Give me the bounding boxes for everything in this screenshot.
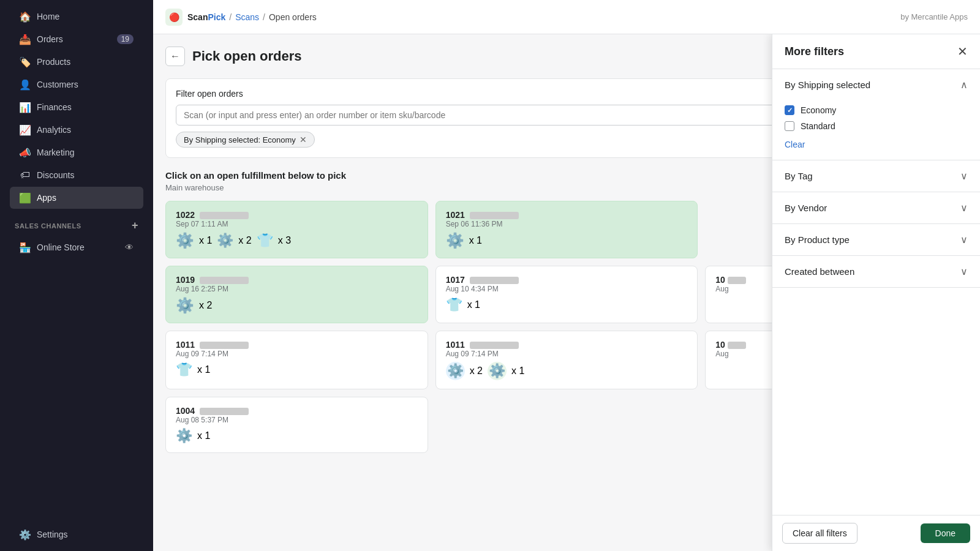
sidebar-item-label: Orders <box>37 34 63 44</box>
item-count: x 2 <box>238 235 251 246</box>
sidebar-item-label: Discounts <box>37 170 74 180</box>
chevron-down-icon: ∨ <box>960 234 968 246</box>
sidebar-item-marketing[interactable]: 📣 Marketing <box>10 141 143 163</box>
filter-clear-shipping[interactable]: Clear <box>785 140 805 149</box>
filter-group-product-type-header[interactable]: By Product type ∨ <box>772 224 980 255</box>
checkbox-economy-box[interactable] <box>785 105 794 115</box>
sales-channels-section: SALES CHANNELS + <box>0 209 153 236</box>
order-card[interactable]: 1011 Aug 09 7:14 PM ⚙️ x 2 ⚙️ x 1 <box>435 331 698 389</box>
home-icon: 🏠 <box>20 11 31 22</box>
filter-group-label: By Shipping selected <box>785 80 870 90</box>
panel-body: By Shipping selected ∧ Economy Standard … <box>772 69 980 515</box>
sidebar-item-label: Finances <box>37 102 72 112</box>
item-count: x 3 <box>278 235 291 246</box>
chevron-up-icon: ∧ <box>960 79 968 91</box>
eye-icon[interactable]: 👁 <box>125 242 134 252</box>
sidebar-item-analytics[interactable]: 📈 Analytics <box>10 119 143 141</box>
sidebar-item-customers[interactable]: 👤 Customers <box>10 73 143 96</box>
order-card[interactable]: 1011 Aug 09 7:14 PM 👕 x 1 <box>165 331 428 389</box>
panel-header: More filters ✕ <box>772 34 980 69</box>
products-icon: 🏷️ <box>20 56 31 67</box>
filter-group-vendor: By Vendor ∨ <box>772 192 980 224</box>
breadcrumb-current: Open orders <box>269 12 317 22</box>
right-panel: More filters ✕ By Shipping selected ∧ Ec… <box>772 34 980 551</box>
sidebar-item-label: Settings <box>37 530 68 539</box>
order-number: 1021 <box>446 210 688 220</box>
filter-tag-remove[interactable]: ✕ <box>300 135 307 144</box>
chevron-down-icon: ∨ <box>960 202 968 214</box>
panel-footer: Clear all filters Done <box>772 515 980 551</box>
sidebar-item-label: Online Store <box>37 242 85 252</box>
sidebar-item-online-store[interactable]: 🏪 Online Store 👁 <box>10 236 143 258</box>
checkbox-standard-label: Standard <box>801 121 835 131</box>
sidebar-item-discounts[interactable]: 🏷 Discounts <box>10 164 143 186</box>
filter-group-product-type: By Product type ∨ <box>772 224 980 256</box>
online-store-icon: 🏪 <box>20 242 31 253</box>
breadcrumb-scans[interactable]: Scans <box>235 12 259 22</box>
order-card[interactable]: 1004 Aug 08 5:37 PM ⚙️ x 1 <box>165 397 428 453</box>
order-card[interactable]: 1022 Sep 07 1:11 AM ⚙️ x 1 ⚙️ x 2 👕 x 3 <box>165 201 428 258</box>
discounts-icon: 🏷 <box>20 170 31 181</box>
clear-all-filters-button[interactable]: Clear all filters <box>782 523 858 544</box>
page-title: Pick open orders <box>192 48 302 64</box>
sidebar-item-apps[interactable]: 🟩 Apps <box>10 187 143 209</box>
filter-group-vendor-header[interactable]: By Vendor ∨ <box>772 192 980 223</box>
order-date: Aug 10 4:34 PM <box>446 285 688 293</box>
order-items: ⚙️ x 2 ⚙️ x 1 <box>446 362 688 380</box>
tshirt-icon: 👕 <box>257 233 273 249</box>
sidebar-item-finances[interactable]: 📊 Finances <box>10 96 143 118</box>
item-count: x 1 <box>197 430 210 441</box>
sidebar-item-home[interactable]: 🏠 Home <box>10 6 143 28</box>
sidebar-item-products[interactable]: 🏷️ Products <box>10 51 143 73</box>
gear-blue-icon: ⚙️ <box>217 233 233 249</box>
order-items: ⚙️ x 1 <box>446 232 688 249</box>
analytics-icon: 📈 <box>20 124 31 135</box>
item-count: x 1 <box>511 365 524 377</box>
order-card[interactable]: 1019 Aug 16 2:25 PM ⚙️ x 2 <box>165 266 428 323</box>
filter-group-label: By Vendor <box>785 203 827 213</box>
panel-close-button[interactable]: ✕ <box>957 44 968 59</box>
filter-group-shipping-header[interactable]: By Shipping selected ∧ <box>772 69 980 100</box>
sidebar-item-label: Analytics <box>37 125 71 135</box>
breadcrumb-scanpick[interactable]: ScanPick <box>187 12 225 22</box>
done-button[interactable]: Done <box>921 523 970 543</box>
item-count: x 2 <box>470 365 483 377</box>
checkbox-economy-label: Economy <box>801 105 836 115</box>
add-sales-channel-button[interactable]: + <box>132 219 138 232</box>
breadcrumb: ScanPick / Scans / Open orders <box>187 12 317 22</box>
apps-icon: 🟩 <box>20 192 31 203</box>
sidebar-item-label: Customers <box>37 80 78 89</box>
checkbox-economy[interactable]: Economy <box>785 105 968 115</box>
back-button[interactable]: ← <box>165 47 185 66</box>
order-date: Aug 08 5:37 PM <box>176 416 418 424</box>
sidebar-settings: ⚙️ Settings <box>0 518 153 551</box>
panel-title: More filters <box>785 45 844 58</box>
order-date: Aug 09 7:14 PM <box>446 350 688 358</box>
checkbox-standard-box[interactable] <box>785 121 794 131</box>
main-content: ← Pick open orders Filter open orders By… <box>153 34 980 551</box>
item-count: x 2 <box>199 300 212 311</box>
filter-group-created-between-header[interactable]: Created between ∨ <box>772 256 980 287</box>
sidebar-item-label: Apps <box>37 193 56 203</box>
checkbox-standard[interactable]: Standard <box>785 121 968 131</box>
order-number: 1004 <box>176 406 418 416</box>
sidebar: 🏠 Home 📥 Orders 19 🏷️ Products 👤 Custome… <box>0 0 153 551</box>
order-items: ⚙️ x 1 <box>176 428 418 444</box>
filter-group-shipping: By Shipping selected ∧ Economy Standard … <box>772 69 980 160</box>
order-number: 1019 <box>176 275 418 285</box>
tshirt-icon: 👕 <box>446 297 462 313</box>
sidebar-item-settings[interactable]: ⚙️ Settings <box>10 523 143 545</box>
order-card[interactable]: 1017 Aug 10 4:34 PM 👕 x 1 <box>435 266 698 323</box>
order-items: ⚙️ x 1 ⚙️ x 2 👕 x 3 <box>176 232 418 249</box>
item-count: x 1 <box>199 235 212 246</box>
filter-group-label: Created between <box>785 266 854 277</box>
order-card[interactable]: 1021 Sep 06 11:36 PM ⚙️ x 1 <box>435 201 698 258</box>
gear-icon: ⚙️ <box>176 232 194 249</box>
filter-group-label: By Product type <box>785 234 850 245</box>
customers-icon: 👤 <box>20 79 31 90</box>
filter-group-tag: By Tag ∨ <box>772 160 980 192</box>
item-count: x 1 <box>469 235 482 246</box>
sidebar-item-orders[interactable]: 📥 Orders 19 <box>10 28 143 50</box>
filter-group-tag-header[interactable]: By Tag ∨ <box>772 160 980 192</box>
app-logo: 🔴 <box>165 9 183 26</box>
